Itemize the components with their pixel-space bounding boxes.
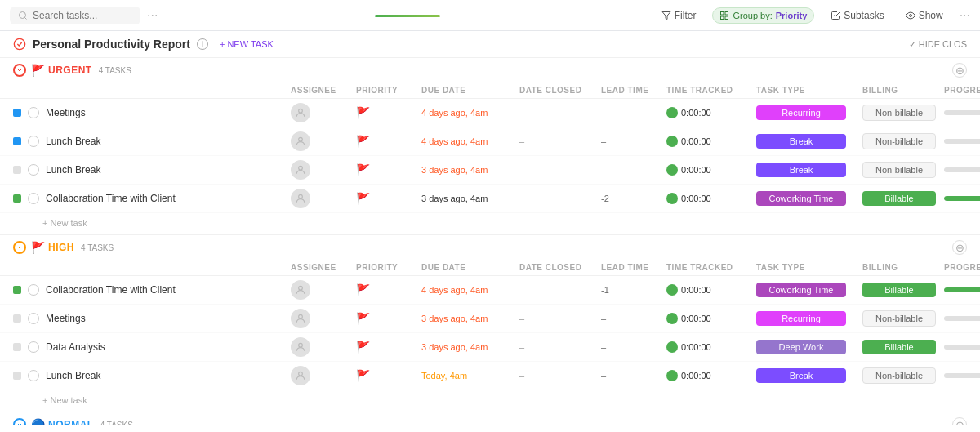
svg-point-6 — [909, 14, 911, 16]
show-label: Show — [919, 10, 943, 21]
new-task-row[interactable]: + New task — [0, 390, 980, 410]
time-tracked-cell: 0:00:00 — [666, 136, 756, 147]
section-name-high: HIGH — [48, 242, 74, 253]
col-header-time-tracked: TIME TRACKED — [666, 86, 756, 95]
avatar[interactable] — [291, 309, 310, 328]
avatar[interactable] — [291, 103, 310, 122]
progress-bar — [944, 110, 980, 115]
avatar[interactable] — [291, 337, 310, 357]
filter-button[interactable]: Filter — [657, 8, 702, 23]
progress-bar — [944, 345, 980, 350]
section-flag-urgent: 🚩 — [31, 64, 45, 77]
priority-cell: 🚩 — [356, 312, 421, 325]
new-task-row[interactable]: + New task — [0, 213, 980, 233]
task-name-label[interactable]: Meetings — [46, 313, 86, 324]
billing-badge: Non-billable — [862, 162, 936, 178]
group-by-button[interactable]: Group by: Priority — [712, 7, 814, 24]
task-name-label[interactable]: Collaboration Time with Client — [46, 193, 176, 204]
search-box[interactable] — [10, 7, 140, 24]
col-header-time-tracked: TIME TRACKED — [666, 263, 756, 272]
task-checkbox[interactable] — [28, 284, 39, 296]
date-closed-cell: – — [519, 108, 601, 118]
task-checkbox[interactable] — [28, 107, 39, 118]
table-row: Meetings 🚩 3 days ago, 4am – – 0:00:00 R… — [0, 305, 980, 333]
progress-cell: 100% — [944, 194, 980, 203]
task-type-cell: Break — [756, 163, 862, 177]
show-button[interactable]: Show — [901, 8, 948, 23]
section-add-btn-normal[interactable]: ⊕ — [952, 417, 967, 425]
task-color-dot — [13, 137, 21, 145]
avatar[interactable] — [291, 160, 310, 180]
table-row: Lunch Break 🚩 Today, 4am – – 0:00:00 Bre… — [0, 362, 980, 390]
task-name-label[interactable]: Lunch Break — [46, 164, 100, 176]
due-date-cell: 4 days ago, 4am — [421, 108, 519, 118]
main-content: 🚩 URGENT 4 TASKS ⊕ ASSIGNEEPRIORITYDUE D… — [0, 57, 980, 425]
task-checkbox[interactable] — [28, 313, 39, 324]
task-checkbox[interactable] — [28, 193, 39, 204]
table-row: Lunch Break 🚩 3 days ago, 4am – – 0:00:0… — [0, 156, 980, 185]
section-add-btn-urgent[interactable]: ⊕ — [952, 63, 967, 78]
group-by-label: Group by: — [733, 11, 772, 20]
task-type-badge: Break — [756, 163, 846, 177]
info-icon[interactable]: i — [197, 38, 208, 50]
avatar[interactable] — [291, 131, 310, 151]
svg-rect-5 — [721, 16, 724, 20]
section-flag-normal: 🔵 — [31, 418, 45, 425]
task-name-label[interactable]: Collaboration Time with Client — [46, 284, 176, 296]
topbar-more-icon[interactable]: ··· — [960, 8, 970, 23]
assignee-cell — [291, 103, 356, 122]
progress-bar — [944, 167, 980, 172]
new-task-button[interactable]: + NEW TASK — [215, 38, 278, 51]
task-color-dot — [13, 372, 21, 380]
table-row: Collaboration Time with Client 🚩 3 days … — [0, 185, 980, 213]
task-name-label[interactable]: Data Analysis — [46, 341, 105, 353]
progress-cell: 100% — [944, 286, 980, 295]
section-urgent: 🚩 URGENT 4 TASKS ⊕ ASSIGNEEPRIORITYDUE D… — [0, 57, 980, 233]
section-flag-high: 🚩 — [31, 241, 45, 254]
table-row: Meetings 🚩 4 days ago, 4am – – 0:00:00 R… — [0, 99, 980, 127]
billing-badge: Billable — [862, 340, 936, 354]
lead-time-cell: – — [601, 371, 666, 381]
subtasks-button[interactable]: Subtasks — [826, 8, 889, 23]
task-name-cell: Data Analysis — [13, 341, 291, 353]
section-toggle-high[interactable] — [13, 241, 26, 254]
task-checkbox[interactable] — [28, 164, 39, 176]
task-name-label[interactable]: Lunch Break — [46, 370, 100, 381]
svg-point-15 — [299, 372, 303, 376]
col-header-progress: PROGRESS — [944, 86, 980, 95]
lead-time-cell: – — [601, 136, 666, 146]
task-checkbox[interactable] — [28, 341, 39, 353]
more-options-icon[interactable]: ··· — [147, 8, 158, 23]
task-name-label[interactable]: Lunch Break — [46, 136, 100, 147]
section-toggle-normal[interactable] — [13, 418, 26, 425]
priority-flag: 🚩 — [356, 283, 370, 296]
priority-cell: 🚩 — [356, 192, 421, 205]
avatar[interactable] — [291, 189, 310, 208]
assignee-cell — [291, 131, 356, 151]
time-dot — [666, 313, 678, 324]
task-checkbox[interactable] — [28, 136, 39, 147]
svg-point-11 — [299, 194, 303, 198]
time-dot — [666, 341, 678, 353]
col-header-assignee: ASSIGNEE — [291, 263, 356, 272]
avatar[interactable] — [291, 280, 310, 300]
avatar[interactable] — [291, 366, 310, 385]
task-name-cell: Lunch Break — [13, 136, 291, 147]
section-add-btn-high[interactable]: ⊕ — [952, 240, 967, 255]
time-tracked-value: 0:00:00 — [681, 285, 711, 295]
search-input[interactable] — [33, 10, 131, 21]
section-name-normal: NORMAL — [48, 419, 94, 425]
col-header-due-date: DUE DATE — [421, 263, 519, 272]
due-date-cell: 3 days ago, 4am — [421, 194, 519, 203]
task-type-badge: Deep Work — [756, 340, 846, 354]
due-date-cell: 3 days ago, 4am — [421, 165, 519, 175]
task-checkbox[interactable] — [28, 370, 39, 381]
priority-cell: 🚩 — [356, 106, 421, 119]
section-toggle-urgent[interactable] — [13, 64, 26, 77]
priority-flag: 🚩 — [356, 135, 370, 148]
task-name-cell: Meetings — [13, 313, 291, 324]
task-name-label[interactable]: Meetings — [46, 107, 86, 118]
time-dot — [666, 370, 678, 381]
page-header-left: Personal Productivity Report i + NEW TAS… — [13, 38, 278, 51]
hide-close-button[interactable]: ✓ HIDE CLOS — [909, 39, 967, 50]
